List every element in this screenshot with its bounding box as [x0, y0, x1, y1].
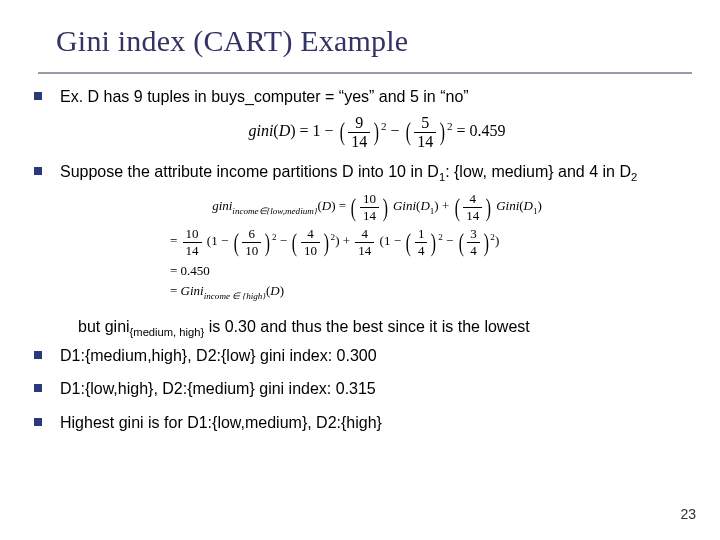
bullet-1: Ex. D has 9 tuples in buys_computer = “y…: [34, 86, 694, 108]
bullet-3-text: D1:{medium,high}, D2:{low} gini index: 0…: [60, 347, 377, 364]
bullet-1-text: Ex. D has 9 tuples in buys_computer = “y…: [60, 88, 469, 105]
eq2-sub: income∈{low,medium}: [232, 206, 317, 216]
equation-2-block: giniincome∈{low,medium}(D) = (1014) Gini…: [60, 191, 694, 301]
equation-4: = 0.450: [60, 261, 694, 279]
eq3-f2d: 14: [355, 243, 374, 259]
page-number: 23: [680, 506, 696, 522]
eq3-a2n: 4: [301, 226, 320, 243]
bullet-5-text: Highest gini is for D1:{low,medium}, D2:…: [60, 414, 382, 431]
bullet-2-sub2: 2: [631, 171, 637, 183]
slide-body: Ex. D has 9 tuples in buys_computer = “y…: [34, 86, 694, 439]
slide-title: Gini index (CART) Example: [56, 24, 408, 58]
eq2-g1arg: D: [420, 198, 429, 213]
eq5-lhs: Gini: [181, 283, 204, 298]
eq4-result: 0.450: [181, 263, 210, 278]
eq2-f2n: 4: [463, 191, 482, 208]
bullet-2-text-b: : {low, medium} and 4 in D: [445, 163, 631, 180]
equation-1: gini(D) = 1 − (914)2 − (514)2 = 0.459: [60, 114, 694, 151]
eq3-f2n: 4: [355, 226, 374, 243]
eq2-g2: Gini: [496, 198, 519, 213]
eq1-one: 1: [313, 122, 321, 139]
note-b: is 0.30 and thus the best since it is th…: [204, 318, 530, 335]
bullet-icon: [34, 384, 42, 392]
eq2-g1: Gini: [393, 198, 416, 213]
eq2-arg: D: [322, 198, 331, 213]
eq3-b1n: 1: [415, 226, 428, 243]
eq3-b1d: 4: [415, 243, 428, 259]
equation-2: giniincome∈{low,medium}(D) = (1014) Gini…: [60, 191, 694, 224]
bullet-icon: [34, 167, 42, 175]
bullet-icon: [34, 92, 42, 100]
title-divider: [38, 72, 692, 74]
bullet-3: D1:{medium,high}, D2:{low} gini index: 0…: [34, 345, 694, 367]
slide: Gini index (CART) Example Ex. D has 9 tu…: [0, 0, 720, 540]
equation-5: = Giniincome ∈ {high}(D): [60, 281, 694, 301]
eq2-lhs: gini: [212, 198, 232, 213]
eq3-b2d: 4: [467, 243, 480, 259]
eq1-f1d: 14: [348, 133, 370, 151]
eq1-arg: D: [279, 122, 291, 139]
equation-3: = 1014 (1 − (610)2 − (410)2) + 414 (1 − …: [60, 226, 694, 259]
eq3-a1d: 10: [242, 243, 261, 259]
eq5-sub: income ∈ {high}: [204, 290, 266, 300]
bullet-2-text-a: Suppose the attribute income partitions …: [60, 163, 439, 180]
note-sub: {medium, high}: [130, 327, 205, 339]
eq3-f1n: 10: [183, 226, 202, 243]
eq2-f1d: 14: [360, 208, 379, 224]
eq5-arg: D: [270, 283, 279, 298]
eq3-b2n: 3: [467, 226, 480, 243]
eq2-f2d: 14: [463, 208, 482, 224]
eq3-f1d: 14: [183, 243, 202, 259]
note-line: but gini{medium, high} is 0.30 and thus …: [78, 318, 694, 338]
bullet-2: Suppose the attribute income partitions …: [34, 161, 694, 185]
eq1-sq-b: 2: [447, 119, 453, 131]
note-a: but gini: [78, 318, 130, 335]
bullet-4: D1:{low,high}, D2:{medium} gini index: 0…: [34, 378, 694, 400]
bullet-4-text: D1:{low,high}, D2:{medium} gini index: 0…: [60, 380, 376, 397]
bullet-icon: [34, 351, 42, 359]
bullet-5: Highest gini is for D1:{low,medium}, D2:…: [34, 412, 694, 434]
eq1-lhs: gini: [248, 122, 273, 139]
eq2-f1n: 10: [360, 191, 379, 208]
eq3-a1n: 6: [242, 226, 261, 243]
eq1-sq-a: 2: [381, 119, 387, 131]
eq2-g2arg: D: [524, 198, 533, 213]
eq1-f2d: 14: [414, 133, 436, 151]
eq1-f1n: 9: [348, 114, 370, 133]
eq1-f2n: 5: [414, 114, 436, 133]
eq1-result: 0.459: [470, 122, 506, 139]
eq3-a2d: 10: [301, 243, 320, 259]
bullet-icon: [34, 418, 42, 426]
